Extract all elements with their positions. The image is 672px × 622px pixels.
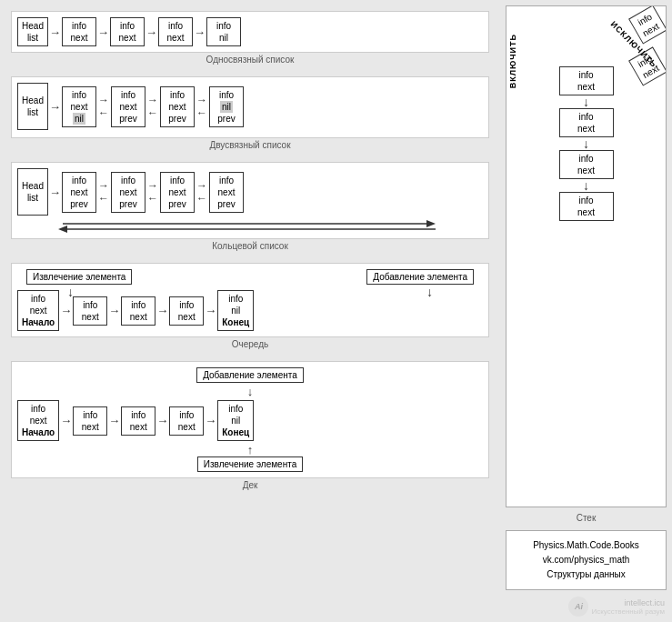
sll-node4: info nil: [206, 17, 241, 46]
stack-node4: info next: [559, 192, 614, 221]
cll-node3: info next prev: [160, 172, 195, 213]
physics-line3: Структуры данных: [514, 567, 658, 582]
left-panel: Head list → info next → info next: [0, 0, 500, 622]
circular-list-label: Кольцевой список: [11, 241, 489, 251]
circular-list-section: Head list → info next prev → ← info: [7, 158, 493, 254]
stack-node1: info next: [559, 66, 614, 95]
deque-add-arrow: ↓: [17, 385, 483, 398]
deque-node2: info next: [73, 406, 107, 436]
head-node: Head list: [17, 17, 48, 46]
watermark-text2: Искусственный разум: [591, 607, 665, 616]
stack-label: Стек: [506, 513, 667, 523]
single-list-label: Односвязный список: [11, 55, 489, 65]
deque-node4: info next: [169, 406, 204, 436]
queue-label: Очередь: [11, 339, 489, 349]
queue-node4: info next: [169, 296, 204, 326]
sll-node3: info next: [158, 17, 193, 46]
physics-line1: Physics.Math.Code.Books: [514, 538, 658, 553]
single-list-section: Head list → info next → info next: [7, 7, 493, 67]
queue-node2: info next: [73, 296, 107, 326]
include-label: ВКЛЮЧИТЬ: [508, 34, 517, 88]
main-container: Head list → info next → info next: [0, 0, 672, 622]
arrow1: →: [48, 25, 62, 39]
down-arrow-add: ↓: [426, 285, 433, 299]
queue-node3: info next: [121, 296, 155, 326]
svg-marker-1: [426, 220, 436, 227]
deque-node3: info next: [121, 406, 155, 436]
physics-line2: vk.com/physics_math: [514, 553, 658, 567]
sll-node2: info next: [110, 17, 145, 46]
deque-extract-label: Извлечение элемента: [197, 456, 303, 472]
down-arrow-extract: ↓: [67, 285, 74, 299]
watermark-icon: Ai: [568, 597, 588, 617]
deque-label: Дек: [11, 480, 489, 490]
deque-extract-arrow: ↑: [17, 443, 483, 456]
cll-node2: info next prev: [111, 172, 145, 213]
sll-node1: info next: [62, 17, 96, 46]
stack-node2: info next: [559, 108, 614, 137]
dll-node2: info next prev: [111, 86, 145, 127]
dll-head: Head list: [17, 83, 48, 130]
deque-node5: info nil Конец: [217, 400, 254, 441]
circular-arrows-svg: [17, 216, 445, 233]
cll-node1: info next prev: [62, 172, 96, 213]
cll-node4: info next prev: [209, 172, 244, 213]
sll-row: Head list → info next → info next: [17, 17, 483, 46]
arrow4: →: [193, 25, 206, 39]
add-label: Добавление элемента: [366, 269, 474, 285]
extract-label: Извлечение элемента: [26, 269, 132, 285]
deque-node1: info next Начало: [17, 400, 59, 441]
physics-box: Physics.Math.Code.Books vk.com/physics_m…: [506, 530, 667, 590]
double-list-label: Двусвязный список: [11, 140, 489, 150]
queue-node1: info next Начало: [17, 290, 59, 331]
dll-node4: info nil prev: [209, 86, 244, 127]
watermark-area: Ai intellect.icu Искусственный разум: [506, 594, 667, 617]
dll-node3: info next prev: [160, 86, 195, 127]
double-list-section: Head list → info next nil → ←: [7, 73, 493, 153]
arrow2: →: [96, 25, 110, 39]
stack-area: info next info next ВКЛЮЧИТЬ ИСКЛЮЧИТЬ i…: [506, 5, 667, 507]
deque-section: Добавление элемента ↓ info next Начало →…: [7, 357, 493, 493]
cll-head: Head list: [17, 168, 48, 216]
dll-node1: info next nil: [62, 86, 96, 127]
stack-node3: info next: [559, 150, 614, 179]
arrow3: →: [145, 25, 158, 39]
deque-add-label: Добавление элемента: [196, 367, 304, 383]
right-panel: info next info next ВКЛЮЧИТЬ ИСКЛЮЧИТЬ i…: [500, 0, 672, 622]
svg-marker-3: [58, 226, 67, 233]
watermark-text1: intellect.icu: [591, 598, 665, 607]
queue-section: Извлечение элемента Добавление элемента …: [7, 259, 493, 352]
stack-nodes: info next ↓ info next ↓ info next ↓ info…: [512, 66, 660, 221]
queue-node5: info nil Конец: [217, 290, 254, 331]
